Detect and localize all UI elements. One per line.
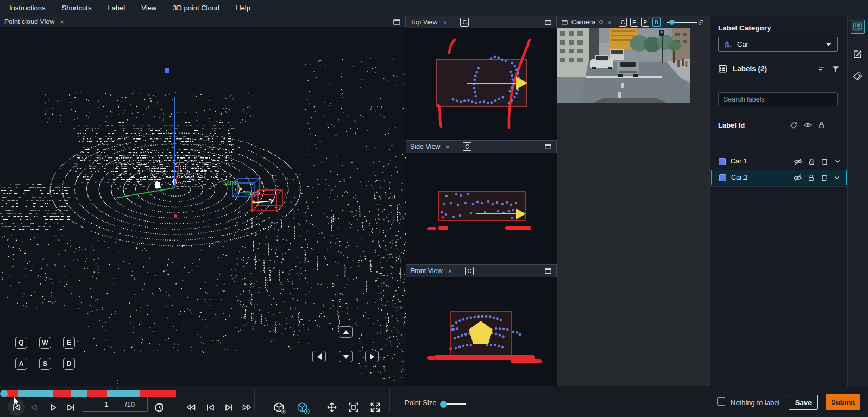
camera-opacity-slider[interactable] — [667, 20, 694, 25]
submit-button[interactable]: Submit — [826, 394, 860, 410]
front-view-title: Front View — [410, 267, 443, 275]
side-view-selection-box[interactable] — [439, 192, 525, 220]
top-view-close-icon[interactable]: × — [443, 18, 448, 27]
axis-green — [117, 188, 175, 198]
camera-maximize-icon[interactable] — [561, 18, 568, 26]
eye-icon[interactable] — [803, 121, 812, 129]
top-view-canvas[interactable] — [406, 28, 557, 140]
label-row-car1[interactable]: Car:1 — [711, 154, 847, 169]
top-view-title: Top View — [410, 18, 438, 26]
label-color-swatch[interactable] — [719, 158, 726, 165]
expand-row-icon[interactable] — [834, 157, 841, 165]
camera-close-icon[interactable]: × — [607, 18, 612, 27]
visibility-off-icon[interactable] — [793, 173, 802, 182]
menu-item-view[interactable]: View — [141, 4, 156, 12]
seek-backward-button[interactable] — [185, 401, 197, 413]
menu-item-help[interactable]: Help — [236, 4, 250, 12]
point-cloud-close-icon[interactable]: × — [60, 18, 64, 26]
point-size-slider-handle[interactable] — [440, 401, 447, 408]
tags-panel-button[interactable] — [851, 70, 865, 84]
labels-panel-button[interactable] — [851, 20, 865, 34]
fit-view-button[interactable] — [348, 401, 360, 413]
top-view-maximize-icon[interactable] — [544, 18, 552, 26]
toolbar-divider — [389, 389, 390, 412]
camera-toggle-b[interactable]: B — [652, 18, 661, 27]
menu-item-shortcuts[interactable]: Shortcuts — [61, 4, 91, 12]
camera-opacity-slider-handle[interactable] — [669, 20, 675, 25]
menu-item-3d-point-cloud[interactable]: 3D point Cloud — [173, 4, 219, 12]
point-cloud-panel-header: Point cloud View × — [0, 16, 405, 27]
hotkey-w: W — [39, 337, 51, 349]
point-marker — [165, 68, 169, 73]
playback-speed-button[interactable] — [153, 401, 165, 413]
lock-icon[interactable] — [817, 121, 826, 129]
delete-icon[interactable] — [821, 157, 829, 166]
frame-timeline[interactable] — [0, 390, 176, 397]
camera-image[interactable] — [557, 28, 690, 103]
lock-icon[interactable] — [808, 157, 816, 166]
hotkey-d-label: D — [67, 360, 72, 368]
edit-panel-button[interactable] — [851, 47, 865, 61]
label-color-swatch[interactable] — [719, 174, 726, 181]
top-view-camera-toggle[interactable]: C — [460, 18, 469, 27]
previous-frame-button[interactable] — [28, 401, 40, 413]
front-view-camera-toggle[interactable]: C — [465, 267, 474, 275]
menu-item-label[interactable]: Label — [108, 4, 125, 12]
side-view-ground-point — [441, 216, 444, 218]
side-view-close-icon[interactable]: × — [445, 143, 450, 151]
maximize-icon[interactable] — [393, 18, 401, 26]
delete-icon[interactable] — [820, 174, 828, 182]
hotkey-a-label: A — [19, 360, 24, 368]
app-root: Instructions Shortcuts Label View 3D poi… — [0, 0, 868, 417]
toolbar-divider — [254, 389, 255, 412]
fullscreen-button[interactable] — [369, 401, 381, 413]
front-view-ground-point — [449, 347, 452, 350]
pan-up-button[interactable] — [339, 326, 353, 338]
save-button[interactable]: Save — [789, 395, 818, 410]
label-table-header: Label Id — [718, 121, 840, 129]
nothing-to-label-checkbox[interactable] — [717, 397, 725, 406]
visibility-off-icon[interactable] — [794, 157, 803, 166]
front-view-header: Front View × C — [406, 265, 556, 277]
timeline-resize-grip[interactable] — [117, 380, 119, 388]
front-view-ground-strip — [427, 355, 542, 363]
side-view-maximize-icon[interactable] — [544, 143, 552, 150]
camera-toggle-f[interactable]: F — [630, 18, 638, 27]
auto-fit-cuboid-button[interactable] — [295, 401, 309, 414]
front-view-canvas[interactable] — [406, 277, 557, 386]
camera-toggle-p[interactable]: P — [641, 18, 650, 27]
pan-left-button[interactable] — [312, 351, 326, 362]
camera-toggle-c[interactable]: C — [619, 18, 627, 27]
expand-row-icon[interactable] — [833, 174, 841, 181]
menu-item-instructions[interactable]: Instructions — [9, 4, 45, 12]
search-labels-input[interactable] — [718, 92, 838, 106]
move-tool-button[interactable] — [326, 401, 338, 413]
side-view-canvas[interactable] — [406, 153, 557, 265]
pan-right-button[interactable] — [365, 351, 379, 362]
origin-marker — [174, 214, 177, 218]
label-row-car2[interactable]: Car:2 — [711, 170, 847, 185]
add-cuboid-button[interactable] — [272, 401, 286, 414]
front-view-maximize-icon[interactable] — [544, 267, 552, 275]
hotkey-d: D — [63, 358, 75, 370]
side-view-camera-toggle[interactable]: C — [463, 142, 471, 151]
next-frame-button[interactable] — [65, 401, 77, 413]
toolbar-divider — [318, 389, 318, 412]
play-button[interactable] — [47, 401, 59, 413]
chevron-down-icon — [826, 42, 832, 47]
lock-icon[interactable] — [807, 174, 815, 182]
seek-last-button[interactable] — [223, 401, 235, 413]
timeline-handle[interactable] — [0, 390, 8, 397]
side-view-ground-strip — [427, 226, 531, 230]
tag-icon[interactable] — [790, 121, 798, 129]
pan-down-button[interactable] — [339, 351, 353, 362]
frame-number-input[interactable] — [96, 400, 117, 408]
point-size-slider[interactable] — [440, 401, 466, 408]
front-view-close-icon[interactable]: × — [448, 267, 452, 275]
label-category-dropdown[interactable]: Car — [718, 37, 838, 52]
filter-icon[interactable] — [832, 65, 840, 73]
seek-first-button[interactable] — [204, 401, 216, 413]
seek-forward-button[interactable] — [241, 401, 253, 413]
sort-icon[interactable] — [816, 65, 826, 73]
camera-popout-icon[interactable] — [697, 18, 705, 26]
